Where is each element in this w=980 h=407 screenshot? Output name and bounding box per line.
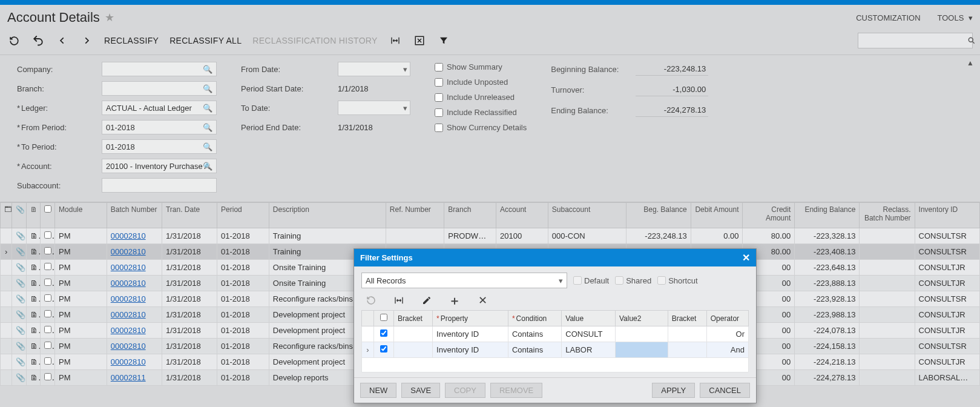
- col-value[interactable]: Value: [562, 311, 616, 326]
- col-end-balance[interactable]: Ending Balance: [795, 203, 860, 228]
- cell-operator[interactable]: Or: [706, 326, 748, 342]
- delete-row-icon[interactable]: ✕: [476, 294, 488, 306]
- row-checkbox[interactable]: [41, 244, 55, 260]
- filter-icon[interactable]: [437, 34, 450, 47]
- close-icon[interactable]: ✕: [742, 252, 750, 263]
- lookup-icon[interactable]: 🔍: [202, 82, 214, 95]
- row-checkbox[interactable]: [41, 260, 55, 276]
- col-batch[interactable]: Batch Number: [107, 203, 162, 228]
- branch-input[interactable]: 🔍: [102, 81, 217, 96]
- next-icon[interactable]: [80, 34, 93, 47]
- note-icon[interactable]: 🗎: [26, 260, 41, 276]
- col-credit[interactable]: Credit Amount: [743, 203, 795, 228]
- ledger-input[interactable]: ACTUAL - Actual Ledger 🔍: [102, 101, 217, 115]
- subaccount-input[interactable]: [102, 178, 217, 193]
- select-all-conditions[interactable]: [380, 314, 387, 321]
- edit-icon[interactable]: [421, 294, 433, 306]
- cell-value2[interactable]: [615, 326, 668, 342]
- note-icon[interactable]: 🗎: [26, 370, 41, 386]
- attachment-icon[interactable]: 📎: [12, 291, 27, 307]
- col-bracket-open[interactable]: Bracket: [394, 311, 433, 326]
- cell-batch[interactable]: 00002811: [107, 370, 162, 386]
- condition-active-checkbox[interactable]: [373, 326, 393, 342]
- condition-active-checkbox[interactable]: [373, 342, 393, 358]
- attachment-icon[interactable]: 📎: [12, 339, 27, 354]
- from-date-input[interactable]: ▾: [338, 62, 410, 76]
- cell-bracket-close[interactable]: [668, 326, 706, 342]
- filter-condition-row[interactable]: › Inventory ID Contains LABOR And: [362, 342, 749, 358]
- cell-property[interactable]: Inventory ID: [433, 342, 508, 358]
- col-subaccount[interactable]: Subaccount: [548, 203, 626, 228]
- default-check[interactable]: Default: [573, 276, 609, 285]
- apply-button[interactable]: APPLY: [652, 383, 695, 398]
- cell-bracket-open[interactable]: [394, 342, 433, 358]
- cell-batch[interactable]: 00002810: [107, 260, 162, 276]
- col-module[interactable]: Module: [55, 203, 107, 228]
- fit-columns-icon[interactable]: [393, 294, 405, 306]
- fit-columns-icon[interactable]: [389, 34, 402, 47]
- cell-batch[interactable]: 00002810: [107, 354, 162, 370]
- row-checkbox[interactable]: [41, 370, 55, 386]
- cell-batch[interactable]: 00002810: [107, 307, 162, 323]
- shared-check[interactable]: Shared: [615, 276, 651, 285]
- search-icon[interactable]: [967, 36, 976, 45]
- cell-batch[interactable]: 00002810: [107, 244, 162, 260]
- cell-value2[interactable]: [615, 342, 668, 358]
- note-icon[interactable]: 🗎: [26, 291, 41, 307]
- attachment-icon[interactable]: 📎: [12, 323, 27, 339]
- col-debit[interactable]: Debit Amount: [691, 203, 743, 228]
- col-period[interactable]: Period: [217, 203, 269, 228]
- to-date-input[interactable]: ▾: [338, 101, 410, 115]
- grid-tools-icon[interactable]: 🗔: [1, 203, 12, 228]
- dropdown-icon[interactable]: ▾: [403, 104, 407, 113]
- note-icon[interactable]: 🗎: [26, 354, 41, 370]
- export-excel-icon[interactable]: [413, 34, 426, 47]
- undo-icon[interactable]: [31, 34, 45, 47]
- note-icon[interactable]: 🗎: [26, 244, 41, 260]
- account-input[interactable]: 20100 - Inventory Purchase A 🔍: [102, 159, 217, 173]
- lookup-icon[interactable]: 🔍: [202, 101, 214, 114]
- collapse-form-icon[interactable]: ▲: [967, 59, 974, 67]
- cell-batch[interactable]: 00002810: [107, 291, 162, 307]
- col-operator[interactable]: Operator: [706, 311, 748, 326]
- dialog-title-bar[interactable]: Filter Settings ✕: [354, 249, 756, 266]
- cell-value[interactable]: LABOR: [562, 342, 616, 358]
- attachment-icon[interactable]: 📎: [12, 354, 27, 370]
- cell-bracket-close[interactable]: [668, 342, 706, 358]
- save-button[interactable]: SAVE: [401, 383, 440, 398]
- cell-batch[interactable]: 00002810: [107, 323, 162, 339]
- show-currency-check[interactable]: Show Currency Details: [435, 123, 527, 132]
- col-beg-balance[interactable]: Beg. Balance: [626, 203, 691, 228]
- show-summary-check[interactable]: Show Summary: [435, 62, 527, 71]
- cancel-button[interactable]: CANCEL: [700, 383, 750, 398]
- note-icon[interactable]: 🗎: [26, 307, 41, 323]
- note-icon[interactable]: 🗎: [26, 228, 41, 244]
- cell-value[interactable]: CONSULT: [562, 326, 616, 342]
- note-icon[interactable]: 🗎: [26, 276, 41, 291]
- include-unposted-check[interactable]: Include Unposted: [435, 78, 527, 87]
- previous-icon[interactable]: [56, 34, 69, 47]
- cell-condition[interactable]: Contains: [508, 326, 561, 342]
- cell-condition[interactable]: Contains: [508, 342, 561, 358]
- to-period-input[interactable]: 01-2018 🔍: [102, 139, 217, 154]
- lookup-icon[interactable]: 🔍: [202, 140, 214, 153]
- col-condition[interactable]: *Condition: [508, 311, 561, 326]
- shortcut-check[interactable]: Shortcut: [657, 276, 697, 285]
- select-all-checkbox[interactable]: [41, 203, 55, 228]
- tools-menu[interactable]: TOOLS ▾: [938, 13, 973, 22]
- lookup-icon[interactable]: 🔍: [202, 159, 214, 173]
- col-inventory-id[interactable]: Inventory ID: [915, 203, 979, 228]
- search-input[interactable]: [858, 36, 967, 45]
- reclassify-button[interactable]: RECLASSIFY: [104, 36, 159, 45]
- cell-batch[interactable]: 00002810: [107, 228, 162, 244]
- row-checkbox[interactable]: [41, 276, 55, 291]
- cell-batch[interactable]: 00002810: [107, 276, 162, 291]
- row-checkbox[interactable]: [41, 339, 55, 354]
- cell-bracket-open[interactable]: [394, 326, 433, 342]
- filter-name-select[interactable]: All Records ▾: [361, 273, 567, 288]
- cell-batch[interactable]: 00002810: [107, 339, 162, 354]
- customization-menu[interactable]: CUSTOMIZATION: [856, 13, 920, 22]
- favorite-star-icon[interactable]: ★: [105, 11, 114, 24]
- note-icon[interactable]: 🗎: [26, 323, 41, 339]
- col-account[interactable]: Account: [496, 203, 548, 228]
